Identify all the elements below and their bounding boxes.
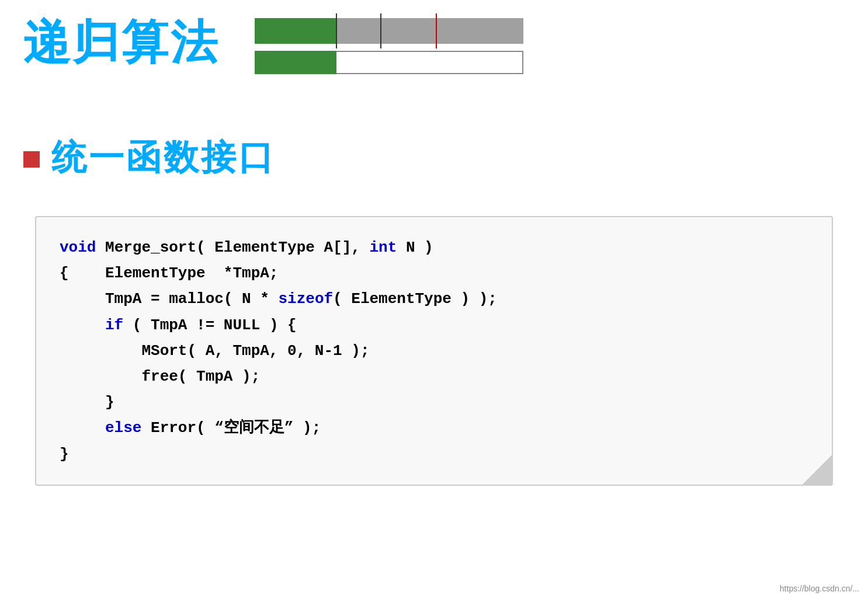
code-text-4b: ( TmpA != NULL ) { xyxy=(123,312,296,338)
bottom-bar-row xyxy=(255,51,523,74)
bottom-white-segment xyxy=(336,51,523,74)
code-text-4a xyxy=(60,312,105,338)
main-title: 递归算法 xyxy=(23,12,220,75)
code-text-3a: TmpA = malloc( N * xyxy=(60,286,278,312)
green-segment xyxy=(255,18,336,44)
merge-visualization xyxy=(255,18,523,74)
bullet-section: 统一函数接口 xyxy=(23,134,276,182)
keyword-void: void xyxy=(60,235,96,260)
keyword-sizeof: sizeof xyxy=(278,286,333,312)
code-text-3b: ( ElementType ) ); xyxy=(333,286,497,312)
code-line-1: void Merge_sort( ElementType A[], int N … xyxy=(60,235,808,260)
bottom-green-segment xyxy=(255,51,336,74)
code-text-6: free( TmpA ); xyxy=(60,364,260,389)
bullet-text: 统一函数接口 xyxy=(51,134,276,182)
code-text-8a xyxy=(60,415,105,441)
gray-segment xyxy=(336,18,523,44)
title-section: 递归算法 xyxy=(23,12,523,75)
code-line-7: } xyxy=(60,389,808,415)
code-line-8: else Error( “空间不足” ); xyxy=(60,415,808,441)
code-line-3: TmpA = malloc( N * sizeof ( ElementType … xyxy=(60,286,808,312)
code-line-9: } xyxy=(60,441,808,467)
code-line-6: free( TmpA ); xyxy=(60,364,808,389)
watermark: https://blog.csdn.cn/... xyxy=(780,584,859,593)
code-line-2: { ElementType *TmpA; xyxy=(60,260,808,286)
code-text-1b: N ) xyxy=(397,235,433,260)
code-text-2: { ElementType *TmpA; xyxy=(60,260,278,286)
code-text-8b: Error( “空间不足” ); xyxy=(141,415,321,441)
keyword-int: int xyxy=(370,235,397,260)
code-text-9: } xyxy=(60,441,69,467)
bottom-bar xyxy=(255,51,523,74)
bullet-icon xyxy=(23,151,40,168)
code-line-4: if ( TmpA != NULL ) { xyxy=(60,312,808,338)
code-text-1: Merge_sort( ElementType A[], xyxy=(96,235,369,260)
keyword-if: if xyxy=(105,312,123,338)
top-bar-row xyxy=(255,18,523,44)
top-bar xyxy=(255,18,523,44)
code-text-5: MSort( A, TmpA, 0, N-1 ); xyxy=(60,338,370,364)
code-line-5: MSort( A, TmpA, 0, N-1 ); xyxy=(60,338,808,364)
keyword-else: else xyxy=(105,415,141,441)
code-text-7: } xyxy=(60,389,114,415)
code-block: void Merge_sort( ElementType A[], int N … xyxy=(35,216,833,486)
